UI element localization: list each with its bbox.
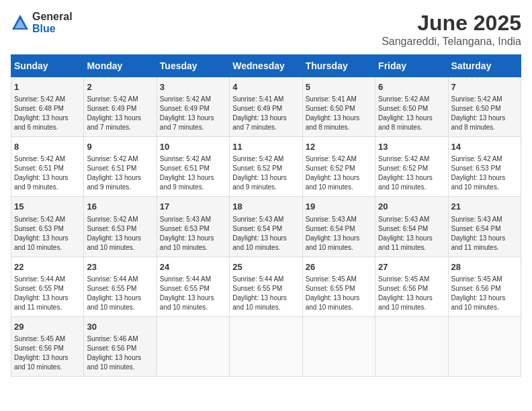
calendar-cell: 10Sunrise: 5:42 AMSunset: 6:51 PMDayligh…	[157, 137, 229, 197]
day-info: Daylight: 13 hours	[232, 293, 299, 303]
week-row-4: 29Sunrise: 5:45 AMSunset: 6:56 PMDayligh…	[11, 316, 521, 376]
day-info: Sunrise: 5:44 AM	[160, 275, 226, 284]
day-info: and 10 minutes.	[87, 363, 153, 372]
day-number: 29	[14, 321, 81, 333]
title-area: June 2025 Sangareddi, Telangana, India	[382, 11, 521, 48]
day-info: Sunset: 6:50 PM	[451, 104, 518, 113]
day-info: Sunrise: 5:42 AM	[14, 95, 81, 104]
day-info: and 10 minutes.	[87, 243, 153, 253]
calendar-cell: 25Sunrise: 5:44 AMSunset: 6:55 PMDayligh…	[230, 257, 302, 316]
calendar-cell: 14Sunrise: 5:42 AMSunset: 6:53 PMDayligh…	[448, 137, 521, 197]
calendar-cell: 26Sunrise: 5:45 AMSunset: 6:55 PMDayligh…	[302, 257, 375, 316]
day-info: Daylight: 13 hours	[87, 293, 153, 303]
day-info: Daylight: 13 hours	[306, 293, 372, 303]
calendar-cell: 24Sunrise: 5:44 AMSunset: 6:55 PMDayligh…	[157, 257, 229, 316]
day-info: Daylight: 13 hours	[87, 353, 153, 363]
day-info: and 11 minutes.	[14, 303, 81, 312]
day-info: Sunset: 6:54 PM	[451, 224, 518, 234]
day-info: and 11 minutes.	[378, 243, 445, 253]
day-info: Sunrise: 5:44 AM	[14, 275, 81, 284]
day-info: Sunset: 6:51 PM	[160, 164, 226, 173]
day-info: Sunrise: 5:45 AM	[451, 275, 518, 284]
day-info: Daylight: 13 hours	[232, 234, 299, 243]
logo-icon	[11, 13, 30, 32]
day-info: Daylight: 13 hours	[232, 113, 299, 123]
calendar-cell: 3Sunrise: 5:42 AMSunset: 6:49 PMDaylight…	[157, 77, 229, 137]
day-number: 5	[306, 81, 372, 93]
day-info: and 10 minutes.	[232, 303, 299, 312]
subtitle: Sangareddi, Telangana, India	[382, 36, 521, 48]
day-info: Sunset: 6:49 PM	[87, 104, 153, 113]
day-info: Sunrise: 5:45 AM	[306, 275, 372, 284]
calendar-cell: 22Sunrise: 5:44 AMSunset: 6:55 PMDayligh…	[11, 257, 84, 316]
calendar-cell: 28Sunrise: 5:45 AMSunset: 6:56 PMDayligh…	[448, 257, 521, 316]
day-info: Daylight: 13 hours	[14, 353, 81, 363]
calendar-cell: 8Sunrise: 5:42 AMSunset: 6:51 PMDaylight…	[11, 137, 84, 197]
day-info: Sunrise: 5:42 AM	[160, 154, 226, 164]
day-info: Sunrise: 5:45 AM	[14, 334, 81, 344]
day-info: Daylight: 13 hours	[160, 293, 226, 303]
day-info: Daylight: 13 hours	[14, 173, 81, 183]
day-info: and 7 minutes.	[87, 123, 153, 132]
day-info: Sunrise: 5:42 AM	[160, 95, 226, 104]
calendar-cell: 5Sunrise: 5:41 AMSunset: 6:50 PMDaylight…	[302, 77, 375, 137]
day-info: Sunset: 6:55 PM	[87, 284, 153, 293]
day-number: 27	[378, 261, 445, 273]
calendar-table: SundayMondayTuesdayWednesdayThursdayFrid…	[11, 54, 521, 377]
day-number: 16	[87, 201, 153, 213]
day-info: and 10 minutes.	[160, 243, 226, 253]
day-info: Daylight: 13 hours	[378, 234, 445, 243]
calendar-cell: 11Sunrise: 5:42 AMSunset: 6:52 PMDayligh…	[230, 137, 302, 197]
calendar-cell: 27Sunrise: 5:45 AMSunset: 6:56 PMDayligh…	[375, 257, 448, 316]
day-number: 8	[14, 141, 81, 153]
week-row-2: 15Sunrise: 5:42 AMSunset: 6:53 PMDayligh…	[11, 197, 521, 257]
day-info: Sunrise: 5:42 AM	[451, 154, 518, 164]
day-number: 24	[160, 261, 226, 273]
day-number: 28	[451, 261, 518, 273]
page-header: General Blue June 2025 Sangareddi, Telan…	[11, 11, 521, 48]
day-info: Sunset: 6:49 PM	[160, 104, 226, 113]
day-number: 18	[232, 201, 299, 213]
day-info: Sunrise: 5:42 AM	[87, 95, 153, 104]
day-info: Daylight: 13 hours	[87, 113, 153, 123]
day-info: Sunset: 6:51 PM	[87, 164, 153, 173]
day-number: 11	[232, 141, 299, 153]
day-info: and 9 minutes.	[160, 183, 226, 192]
day-info: Sunset: 6:52 PM	[378, 164, 445, 173]
calendar-cell	[230, 316, 302, 376]
day-info: and 10 minutes.	[87, 303, 153, 312]
day-info: Sunset: 6:53 PM	[87, 224, 153, 234]
header-monday: Monday	[84, 55, 157, 77]
day-info: Daylight: 13 hours	[14, 234, 81, 243]
day-info: Sunset: 6:55 PM	[14, 284, 81, 293]
day-info: Sunset: 6:50 PM	[306, 104, 372, 113]
main-title: June 2025	[382, 11, 521, 36]
week-row-3: 22Sunrise: 5:44 AMSunset: 6:55 PMDayligh…	[11, 257, 521, 316]
logo: General Blue	[11, 11, 73, 34]
day-number: 9	[87, 141, 153, 153]
day-info: Sunrise: 5:42 AM	[451, 95, 518, 104]
day-number: 15	[14, 201, 81, 213]
day-number: 19	[306, 201, 372, 213]
day-info: and 10 minutes.	[378, 303, 445, 312]
day-info: Sunset: 6:51 PM	[14, 164, 81, 173]
day-info: Daylight: 13 hours	[87, 173, 153, 183]
day-info: Daylight: 13 hours	[306, 113, 372, 123]
day-info: Sunset: 6:55 PM	[160, 284, 226, 293]
logo-text: General Blue	[32, 11, 73, 34]
day-info: Daylight: 13 hours	[160, 113, 226, 123]
day-info: Sunset: 6:53 PM	[160, 224, 226, 234]
header-friday: Friday	[375, 55, 448, 77]
day-info: and 10 minutes.	[451, 183, 518, 192]
day-info: Daylight: 13 hours	[451, 293, 518, 303]
day-info: and 10 minutes.	[451, 303, 518, 312]
day-info: and 6 minutes.	[14, 123, 81, 132]
day-info: Sunrise: 5:42 AM	[14, 154, 81, 164]
day-info: Sunset: 6:53 PM	[14, 224, 81, 234]
day-info: Sunrise: 5:44 AM	[87, 275, 153, 284]
day-info: Daylight: 13 hours	[160, 173, 226, 183]
day-info: and 10 minutes.	[160, 303, 226, 312]
logo-blue: Blue	[32, 23, 73, 35]
day-number: 7	[451, 81, 518, 93]
day-number: 13	[378, 141, 445, 153]
